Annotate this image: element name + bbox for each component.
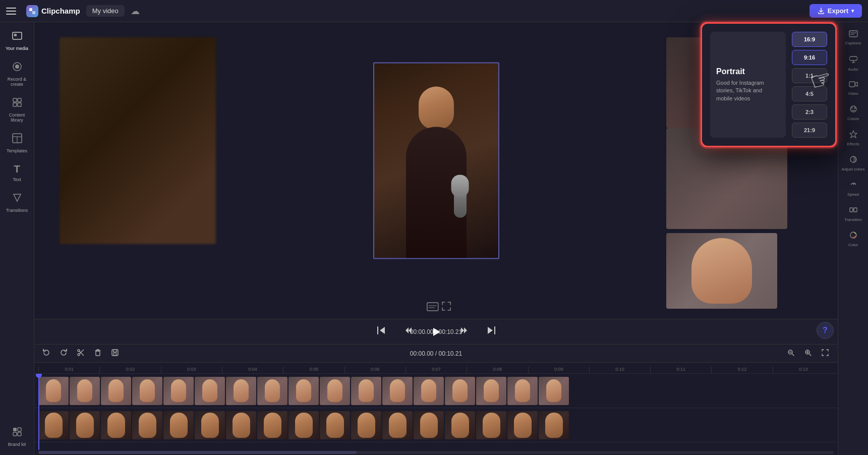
right-tool-effects[interactable]: Effects: [839, 126, 867, 150]
playhead[interactable]: [38, 374, 39, 450]
right-tool-captions[interactable]: Captions: [839, 26, 867, 49]
ratio-16-9[interactable]: 16:9: [792, 32, 827, 47]
cut-button[interactable]: [75, 347, 87, 361]
right-tool-colors[interactable]: Colors: [839, 101, 867, 125]
save-button[interactable]: [109, 347, 121, 361]
track-row-1[interactable]: [34, 374, 838, 408]
clip-thumb-dark[interactable]: [382, 411, 413, 439]
clip-thumb[interactable]: [132, 377, 162, 405]
brand-kit-icon: [12, 426, 23, 440]
video-title[interactable]: My video: [86, 5, 125, 17]
clip-thumb-dark[interactable]: [226, 411, 256, 439]
right-tool-adjust-colors[interactable]: Adjust colors: [839, 151, 867, 176]
clip-thumb[interactable]: [70, 377, 100, 405]
clip-thumb-dark[interactable]: [320, 411, 350, 439]
menu-button[interactable]: [6, 4, 20, 18]
tracks-container: [34, 374, 838, 450]
clip-thumb-dark[interactable]: [414, 411, 444, 439]
clip-thumb[interactable]: [195, 377, 225, 405]
ratio-1-1[interactable]: 1:1: [792, 68, 827, 83]
export-chevron-icon: ▾: [851, 8, 854, 14]
clip-thumb[interactable]: [101, 377, 131, 405]
ruler-marks: 0:01 0:02 0:03 0:04 0:05 0:06 0:07 0:08 …: [38, 367, 834, 373]
fit-timeline-button[interactable]: [819, 348, 832, 359]
clip-thumb-dark[interactable]: [257, 411, 287, 439]
aspect-ratio-popup[interactable]: Portrait Good for Instagram stories, Tik…: [701, 22, 837, 147]
sidebar-item-your-media[interactable]: Your media: [2, 26, 32, 55]
right-tool-video[interactable]: Video: [839, 77, 867, 100]
ratio-2-3[interactable]: 2:3: [792, 104, 827, 120]
svg-marker-21: [380, 327, 385, 334]
svg-rect-18: [427, 303, 438, 311]
clip-thumb[interactable]: [414, 377, 444, 405]
zoom-out-button[interactable]: [784, 348, 797, 359]
timeline-scrollbar[interactable]: [34, 450, 838, 455]
clip-thumb[interactable]: [351, 377, 381, 405]
clip-thumb-dark[interactable]: [507, 411, 538, 439]
portrait-title: Portrait: [716, 67, 780, 76]
clip-thumb-dark[interactable]: [288, 411, 319, 439]
clip-thumb-dark[interactable]: [445, 411, 475, 439]
time-display: 00:00.00 / 00:10.21: [410, 328, 462, 335]
right-tool-audio[interactable]: Audio: [839, 50, 867, 76]
skip-back-button[interactable]: [373, 324, 390, 339]
skip-forward-button[interactable]: [483, 324, 500, 339]
undo-button[interactable]: [40, 347, 52, 361]
clip-thumb-dark[interactable]: [539, 411, 569, 439]
person-silhouette: [391, 77, 482, 258]
clip-thumb[interactable]: [382, 377, 413, 405]
right-tool-speed[interactable]: Speed: [839, 177, 867, 201]
clip-thumb[interactable]: [445, 377, 475, 405]
caption-toggle-icon[interactable]: [426, 302, 438, 314]
svg-marker-50: [850, 131, 857, 138]
right-tool-color[interactable]: Color: [839, 227, 867, 251]
sidebar-item-record-create[interactable]: Record & create: [2, 57, 32, 91]
track-row-2[interactable]: [34, 408, 838, 442]
clip-thumb[interactable]: [320, 377, 350, 405]
main-video-clip[interactable]: [373, 63, 499, 259]
svg-rect-9: [18, 103, 21, 106]
clip-face: [171, 379, 186, 402]
clip-thumb[interactable]: [507, 377, 538, 405]
clip-thumb-dark[interactable]: [163, 411, 194, 439]
ruler-mark: 0:10: [589, 367, 650, 373]
sidebar-item-transitions[interactable]: Transitions: [2, 188, 32, 217]
fullscreen-icon[interactable]: [441, 301, 451, 314]
right-tool-label: Captions: [845, 41, 861, 45]
zoom-in-button[interactable]: [801, 348, 815, 359]
right-tool-transition[interactable]: Transition: [839, 202, 867, 226]
topbar: Clipchamp My video ☁ Export ▾: [0, 0, 868, 22]
ratio-9-16[interactable]: 9:16: [792, 50, 827, 65]
clip-thumb-dark[interactable]: [351, 411, 381, 439]
right-tool-label: Video: [848, 91, 858, 96]
clip-thumb-dark[interactable]: [195, 411, 225, 439]
clip-thumb[interactable]: [288, 377, 319, 405]
clip-thumb-dark[interactable]: [101, 411, 131, 439]
clip-thumb[interactable]: [476, 377, 506, 405]
clip-thumb[interactable]: [163, 377, 194, 405]
sidebar-item-templates[interactable]: Templates: [2, 129, 32, 157]
ratio-21-9[interactable]: 21:9: [792, 123, 827, 138]
left-sidebar: Your media Record & create Content libra…: [0, 22, 34, 455]
delete-button[interactable]: [92, 347, 104, 361]
sidebar-item-content-library[interactable]: Content library: [2, 93, 32, 127]
webcam-preview[interactable]: [666, 233, 777, 309]
sidebar-item-text[interactable]: T Text: [2, 159, 32, 186]
clip-thumb-dark[interactable]: [38, 411, 69, 439]
export-button[interactable]: Export ▾: [809, 4, 862, 18]
cloud-icon[interactable]: ☁: [131, 6, 140, 17]
clip-thumb-dark[interactable]: [132, 411, 162, 439]
help-button[interactable]: ?: [817, 322, 834, 339]
scrollbar-thumb[interactable]: [38, 451, 357, 454]
clip-thumb-dark[interactable]: [476, 411, 506, 439]
clip-thumb[interactable]: [257, 377, 287, 405]
clip-thumb[interactable]: [226, 377, 256, 405]
clip-thumb-dark[interactable]: [70, 411, 100, 439]
help-button-container: ?: [817, 322, 834, 339]
ruler-mark: 0:01: [38, 367, 99, 373]
clip-thumb[interactable]: [38, 377, 69, 405]
sidebar-item-brand-kit[interactable]: Brand kit: [2, 422, 32, 451]
redo-button[interactable]: [57, 347, 70, 361]
clip-thumb[interactable]: [539, 377, 569, 405]
ratio-4-5[interactable]: 4:5: [792, 86, 827, 101]
